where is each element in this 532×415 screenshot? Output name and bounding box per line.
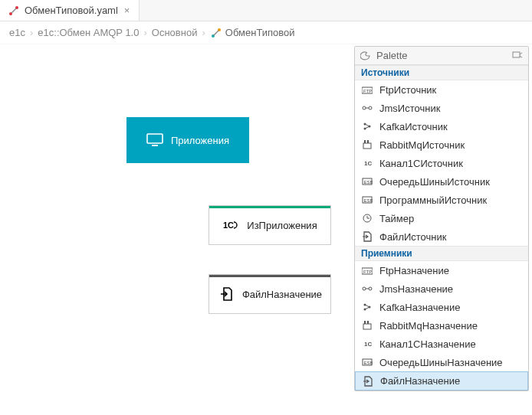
palette-title: Palette [376,50,507,61]
rabbit-icon [361,320,373,331]
file-icon [362,376,374,387]
svg-text:ESB: ESB [364,180,373,185]
rabbit-icon [361,139,373,150]
svg-rect-17 [367,140,369,143]
palette-item-label: Канал1СНазначение [379,338,476,350]
svg-text:1C: 1C [364,160,372,167]
ftp-icon: FTP [361,84,373,95]
svg-point-11 [369,106,372,109]
pin-icon[interactable] [511,51,524,61]
file-icon [361,231,373,242]
kafka-icon [361,121,373,132]
tab-active[interactable]: ОбменТиповой.yaml × [0,0,140,21]
palette-panel: Palette ИсточникиFTPFtpИсточникJmsИсточн… [354,46,529,391]
esb-icon: ESB [361,176,373,187]
palette-item-label: RabbitMqИсточник [379,139,465,151]
onec-icon: 1C [361,338,373,349]
palette-item[interactable]: JmsИсточник [355,99,528,117]
breadcrumb: e1c › e1c::Обмен AMQP 1.0 › Основной › О… [0,21,532,44]
palette-item-label: ФайлИсточник [379,231,446,243]
tab-label: ОбменТиповой.yaml [25,5,118,16]
palette-item[interactable]: FTPFtpИсточник [355,80,528,99]
svg-rect-15 [363,143,371,149]
palette-item[interactable]: FTPFtpНазначение [355,261,528,279]
timer-icon [361,213,373,224]
close-icon[interactable]: × [123,5,132,16]
palette-item-label: JmsИсточник [379,103,440,114]
svg-rect-32 [364,321,366,324]
palette-item-label: ПрограммныйИсточник [379,194,487,206]
breadcrumb-item[interactable]: e1c::Обмен AMQP 1.0 [38,27,139,38]
svg-rect-31 [363,324,371,329]
palette-item-label: KafkaИсточник [379,121,448,132]
palette-item[interactable]: 1CКанал1СНазначение [355,335,528,353]
palette-item-label: ОчередьШиныНазначение [379,357,503,368]
chevron-right-icon: › [143,27,146,38]
svg-text:ESB: ESB [364,198,373,203]
palette-item[interactable]: ESBОчередьШиныНазначение [355,353,528,371]
palette-group-header[interactable]: Источники [355,65,528,80]
palette-item-label: ФайлНазначение [380,375,460,387]
svg-rect-16 [364,140,366,143]
breadcrumb-item[interactable]: e1c [9,27,25,38]
palette-item[interactable]: JmsНазначение [355,279,528,298]
palette-item[interactable]: ФайлНазначение [355,371,528,390]
palette-item-label: Таймер [379,213,414,224]
diagram-canvas[interactable]: Приложения 1С ИзПриложения ФайлНазначени… [0,44,352,415]
palette-header: Palette [355,47,528,65]
palette-item[interactable]: KafkaИсточник [355,117,528,136]
svg-point-27 [369,287,372,290]
palette-item[interactable]: KafkaНазначение [355,298,528,316]
palette-group-header[interactable]: Приемники [355,246,528,261]
tab-bar: ОбменТиповой.yaml × [0,0,532,21]
palette-item[interactable]: ESBПрограммныйИсточник [355,191,528,209]
svg-point-10 [363,106,366,109]
svg-text:1C: 1C [364,341,372,348]
onec-icon: 1С [222,218,239,232]
svg-text:FTP: FTP [363,89,372,93]
onec-icon: 1C [361,158,373,168]
node-label: ИзПриложения [247,220,317,231]
route-icon [210,28,222,38]
svg-rect-7 [513,52,520,57]
palette-item[interactable]: ФайлИсточник [355,227,528,246]
palette-item-label: ОчередьШиныИсточник [379,176,490,188]
monitor-icon [146,133,163,147]
palette-item-label: FtpИсточник [379,84,436,96]
svg-rect-4 [147,134,163,143]
breadcrumb-last[interactable]: ОбменТиповой [210,27,295,38]
svg-rect-33 [367,321,369,324]
node-destination[interactable]: ФайлНазначение [209,274,331,314]
palette-icon [360,51,372,61]
palette-item-label: KafkaНазначение [379,302,460,313]
esb-icon: ESB [361,357,373,368]
node-application[interactable]: Приложения [126,117,249,163]
node-source[interactable]: 1С ИзПриложения [209,205,331,245]
ftp-icon: FTP [361,265,373,276]
jms-icon [361,103,373,113]
node-label: Приложения [171,135,229,146]
palette-item-label: RabbitMqНазначение [379,320,478,332]
palette-item[interactable]: RabbitMqИсточник [355,136,528,154]
palette-item-label: Канал1СИсточник [379,158,463,169]
node-label: ФайлНазначение [242,289,322,300]
palette-item[interactable]: RabbitMqНазначение [355,316,528,335]
chevron-right-icon: › [202,27,205,38]
palette-item[interactable]: 1CКанал1СИсточник [355,154,528,172]
esb-icon: ESB [361,194,373,205]
jms-icon [361,283,373,294]
breadcrumb-item[interactable]: Основной [152,27,198,38]
palette-item-label: FtpНазначение [379,265,449,276]
svg-rect-5 [152,145,158,146]
kafka-icon [361,302,373,312]
svg-text:FTP: FTP [363,270,372,274]
svg-text:ESB: ESB [364,361,373,365]
svg-point-26 [363,287,366,290]
file-arrow-icon [218,287,235,301]
palette-item[interactable]: Таймер [355,209,528,227]
palette-item[interactable]: ESBОчередьШиныИсточник [355,172,528,191]
chevron-right-icon: › [30,27,33,38]
palette-item-label: JmsНазначение [379,283,453,295]
route-icon [8,5,20,16]
svg-text:1С: 1С [223,221,234,230]
